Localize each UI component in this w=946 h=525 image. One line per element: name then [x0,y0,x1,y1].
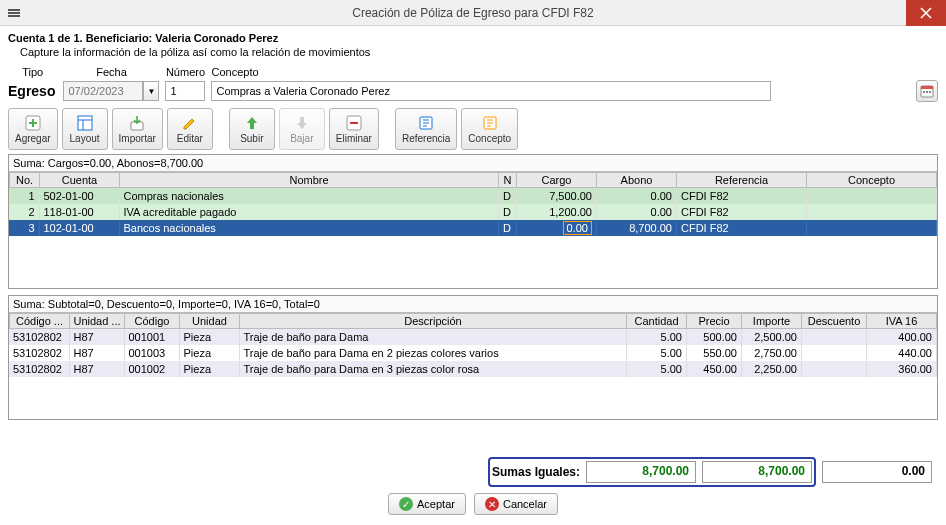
svg-rect-0 [8,9,20,11]
movements-grid-wrap: Suma: Cargos=0.00, Abonos=8,700.00 No. C… [8,154,938,289]
check-icon: ✓ [399,497,413,511]
tipo-label: Tipo [8,66,57,78]
svg-rect-13 [78,116,92,130]
svg-rect-2 [8,15,20,17]
up-arrow-icon [243,114,261,132]
fecha-dropdown-button[interactable]: ▼ [143,81,159,101]
col-descuento[interactable]: Descuento [802,314,867,329]
col-unidadA[interactable]: Unidad ... [70,314,125,329]
movements-grid[interactable]: No. Cuenta Nombre N Cargo Abono Referenc… [9,172,937,188]
numero-field[interactable] [165,81,205,101]
items-grid[interactable]: Código ... Unidad ... Código Unidad Desc… [9,313,937,329]
delete-icon [345,114,363,132]
col-no[interactable]: No. [10,173,40,188]
table-row[interactable]: 53102802H87001003PiezaTraje de baño para… [9,345,937,361]
total-diff: 0.00 [822,461,932,483]
col-unidad[interactable]: Unidad [180,314,240,329]
window-title: Creación de Póliza de Egreso para CFDI F… [352,6,593,20]
down-arrow-icon [293,114,311,132]
table-row[interactable]: 1502-01-00Compras nacionalesD7,500.000.0… [9,188,937,204]
numero-label: Número [165,66,205,78]
sumas-iguales-label: Sumas Iguales: [492,465,580,479]
col-descripcion[interactable]: Descripción [240,314,627,329]
col-importe[interactable]: Importe [742,314,802,329]
col-codigo[interactable]: Código [125,314,180,329]
close-button[interactable] [906,0,946,26]
fecha-label: Fecha [63,66,159,78]
eliminar-button[interactable]: Eliminar [329,108,379,150]
form-row: Tipo Egreso Fecha ▼ Número Concepto [8,66,938,102]
col-cargo[interactable]: Cargo [517,173,597,188]
col-referencia[interactable]: Referencia [677,173,807,188]
dialog-buttons: ✓Aceptar ✕Cancelar [8,493,938,519]
plus-icon [24,114,42,132]
movements-summary: Suma: Cargos=0.00, Abonos=8,700.00 [9,155,937,172]
concepto-field[interactable] [211,81,771,101]
items-grid-wrap: Suma: Subtotal=0, Descuento=0, Importe=0… [8,295,938,420]
col-cuenta[interactable]: Cuenta [40,173,120,188]
cancelar-button[interactable]: ✕Cancelar [474,493,558,515]
beneficiary-line: Cuenta 1 de 1. Beneficiario: Valeria Cor… [8,32,938,44]
layout-button[interactable]: Layout [62,108,108,150]
importar-button[interactable]: Importar [112,108,163,150]
col-nombre[interactable]: Nombre [120,173,499,188]
agregar-button[interactable]: Agregar [8,108,58,150]
edit-icon [181,114,199,132]
totals-row: Sumas Iguales: 8,700.00 8,700.00 0.00 [8,457,938,487]
tipo-value: Egreso [8,80,55,102]
col-iva16[interactable]: IVA 16 [867,314,937,329]
reference-icon [417,114,435,132]
fecha-field[interactable] [63,81,143,101]
svg-rect-1 [8,12,20,14]
layout-icon [76,114,94,132]
import-icon [128,114,146,132]
referencia-button[interactable]: Referencia [395,108,457,150]
calendar-button[interactable] [916,80,938,102]
col-concepto[interactable]: Concepto [807,173,937,188]
editar-button[interactable]: Editar [167,108,213,150]
x-icon: ✕ [485,497,499,511]
aceptar-button[interactable]: ✓Aceptar [388,493,466,515]
concepto-button[interactable]: Concepto [461,108,518,150]
toolbar: Agregar Layout Importar Editar Subir Baj… [8,108,938,150]
table-row[interactable]: 3102-01-00Bancos nacionalesD0.008,700.00… [9,220,937,236]
table-row[interactable]: 2118-01-00IVA acreditable pagadoD1,200.0… [9,204,937,220]
app-icon [6,5,22,21]
col-precio[interactable]: Precio [687,314,742,329]
subir-button[interactable]: Subir [229,108,275,150]
bajar-button[interactable]: Bajar [279,108,325,150]
table-row[interactable]: 53102802H87001002PiezaTraje de baño para… [9,361,937,377]
concept-icon [481,114,499,132]
svg-rect-6 [921,86,933,89]
svg-rect-7 [923,91,925,93]
col-cantidad[interactable]: Cantidad [627,314,687,329]
col-n[interactable]: N [499,173,517,188]
instruction-line: Capture la información de la póliza así … [20,46,938,58]
concepto-label: Concepto [211,66,910,78]
svg-rect-9 [929,91,931,93]
total-cargos: 8,700.00 [586,461,696,483]
table-row[interactable]: 53102802H87001001PiezaTraje de baño para… [9,329,937,345]
col-abono[interactable]: Abono [597,173,677,188]
items-summary: Suma: Subtotal=0, Descuento=0, Importe=0… [9,296,937,313]
total-abonos: 8,700.00 [702,461,812,483]
col-codigoA[interactable]: Código ... [10,314,70,329]
window-titlebar: Creación de Póliza de Egreso para CFDI F… [0,0,946,26]
svg-rect-8 [926,91,928,93]
